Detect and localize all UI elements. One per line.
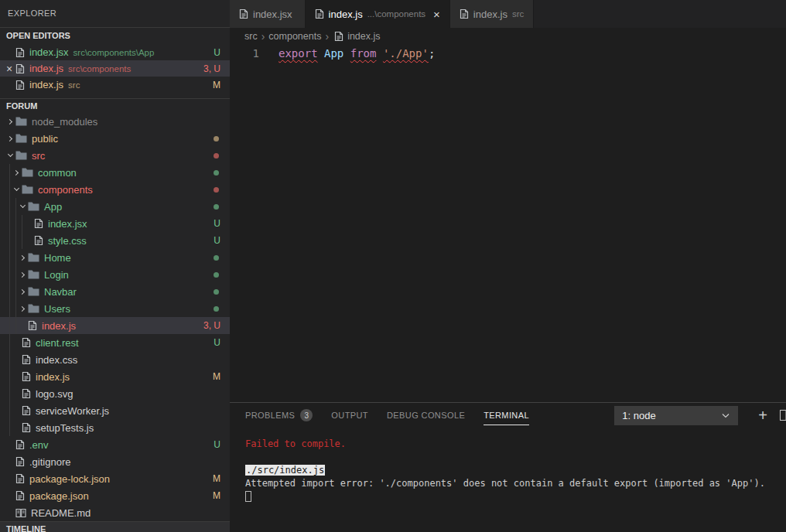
editor-tab[interactable]: index.jsx: [230, 0, 306, 28]
tree-folder-row[interactable]: components: [0, 181, 230, 198]
tree-folder-row[interactable]: public: [0, 130, 230, 147]
file-icon: [22, 388, 31, 399]
tree-file-row[interactable]: README.md: [0, 504, 230, 521]
folder-icon: [15, 117, 27, 126]
terminal-line: Attempted import error: './components' d…: [245, 477, 786, 490]
git-status-badge: U: [214, 337, 220, 348]
folder-icon: [22, 185, 33, 194]
line-number: 1: [230, 46, 259, 61]
item-name: common: [38, 167, 77, 179]
editor-area: index.jsxindex.js...\components×index.js…: [230, 0, 786, 532]
tree-file-row[interactable]: serviceWorker.js: [0, 402, 230, 419]
tree-file-row[interactable]: style.cssU: [0, 232, 230, 249]
item-name: index.js: [42, 320, 76, 332]
tree-indent-guide: [5, 266, 17, 283]
item-name: Home: [44, 252, 71, 264]
tree-file-row[interactable]: setupTests.js: [0, 419, 230, 436]
tree-folder-row[interactable]: Users: [0, 300, 230, 317]
tree-file-row[interactable]: logo.svg: [0, 385, 230, 402]
open-editor-item[interactable]: index.jssrcM: [0, 77, 230, 93]
panel-tab-label: OUTPUT: [331, 411, 368, 420]
tab-description: ...\components: [367, 9, 425, 19]
chevron-down-icon: [721, 411, 730, 420]
timeline-header[interactable]: TIMELINE: [0, 521, 230, 532]
explorer-sidebar: EXPLORER OPEN EDITORS index.jsxsrc\compo…: [0, 0, 230, 532]
tree-folder-row[interactable]: src: [0, 147, 230, 164]
item-name: README.md: [31, 507, 91, 519]
panel-tab-terminal[interactable]: TERMINAL: [484, 411, 529, 420]
tab-label: index.js: [473, 9, 507, 20]
terminal-line: ./src/index.js: [245, 464, 786, 477]
panel-tab-problems[interactable]: PROBLEMS3: [245, 409, 313, 421]
chevron-right-icon: [17, 290, 28, 294]
item-name: Navbar: [44, 286, 77, 298]
panel-tab-output[interactable]: OUTPUT: [331, 411, 368, 420]
tree-folder-row[interactable]: App: [0, 198, 230, 215]
code-token: from: [350, 47, 377, 60]
terminal-output[interactable]: Failed to compile. ./src/index.jsAttempt…: [230, 428, 786, 532]
chevron-right-icon: [17, 256, 28, 260]
open-editor-item[interactable]: index.jsxsrc\components\AppU: [0, 44, 230, 60]
chevron-down-icon: [17, 206, 28, 207]
new-terminal-button[interactable]: +: [754, 408, 772, 423]
close-tab-icon[interactable]: ×: [433, 9, 440, 20]
tree-indent-guide: [5, 368, 11, 385]
item-name: style.css: [48, 235, 87, 247]
file-icon: [15, 80, 25, 90]
file-name: index.jsx: [29, 46, 69, 58]
tree-folder-row[interactable]: Home: [0, 249, 230, 266]
tree-file-row[interactable]: package.jsonM: [0, 487, 230, 504]
tree-folder-row[interactable]: Navbar: [0, 283, 230, 300]
split-terminal-button[interactable]: [780, 410, 786, 421]
git-status-badge: U: [214, 218, 220, 229]
tree-file-row[interactable]: index.jsM: [0, 368, 230, 385]
terminal-cursor: [245, 491, 251, 502]
tree-folder-row[interactable]: Login: [0, 266, 230, 283]
panel-tab-label: DEBUG CONSOLE: [387, 411, 465, 420]
editor-tab[interactable]: index.js...\components×: [306, 0, 450, 28]
open-editor-item[interactable]: ×index.jssrc\components3, U: [0, 60, 230, 77]
git-status-badge: M: [213, 490, 220, 501]
tree-folder-row[interactable]: node_modules: [0, 113, 230, 130]
tree-indent-guide: [5, 164, 11, 181]
breadcrumb-item[interactable]: components: [268, 31, 321, 42]
breadcrumb-item[interactable]: src: [244, 31, 258, 42]
chevron-right-icon: [11, 171, 22, 175]
code-editor[interactable]: 1 export App from './App';: [230, 44, 786, 402]
tree-file-row[interactable]: index.js3, U: [0, 317, 230, 334]
git-status-badge: U: [214, 439, 220, 450]
terminal-picker-dropdown[interactable]: 1: node: [614, 406, 738, 425]
file-icon: [15, 508, 26, 518]
panel-tab-debug-console[interactable]: DEBUG CONSOLE: [387, 411, 465, 420]
file-icon: [15, 490, 25, 501]
tree-file-row[interactable]: .envU: [0, 436, 230, 453]
tree-file-row[interactable]: package-lock.jsonM: [0, 470, 230, 487]
git-modified-dot: [214, 187, 219, 193]
terminal-line: Failed to compile.: [245, 438, 786, 451]
panel-tabs: PROBLEMS3OUTPUTDEBUG CONSOLETERMINAL: [245, 409, 548, 421]
tree-file-row[interactable]: index.jsxU: [0, 215, 230, 232]
tree-indent-guide: [5, 385, 11, 402]
breadcrumb-item[interactable]: index.js: [347, 31, 380, 42]
open-editors-header[interactable]: OPEN EDITORS: [0, 27, 230, 44]
workspace-header[interactable]: FORUM: [0, 98, 230, 113]
tree-file-row[interactable]: index.css: [0, 351, 230, 368]
chevron-right-icon: [17, 307, 28, 311]
tree-folder-row[interactable]: common: [0, 164, 230, 181]
tree-file-row[interactable]: client.restU: [0, 334, 230, 351]
vscode-window: EXPLORER OPEN EDITORS index.jsxsrc\compo…: [0, 0, 786, 532]
tree-file-row[interactable]: .gitignore: [0, 453, 230, 470]
code-token: App: [324, 47, 343, 60]
git-modified-dot: [214, 204, 219, 210]
chevron-right-icon: ›: [261, 30, 265, 43]
item-name: src: [32, 150, 45, 162]
close-editor-icon[interactable]: ×: [3, 63, 15, 75]
code-token: [376, 47, 382, 60]
git-modified-dot: [214, 306, 219, 312]
chevron-down-icon: [5, 155, 15, 156]
editor-tab[interactable]: index.jssrc: [450, 0, 534, 28]
tree-indent-guide: [5, 232, 23, 249]
code-content: export App from './App';: [279, 46, 435, 61]
chevron-right-icon: [5, 137, 15, 141]
folder-icon: [28, 287, 39, 296]
